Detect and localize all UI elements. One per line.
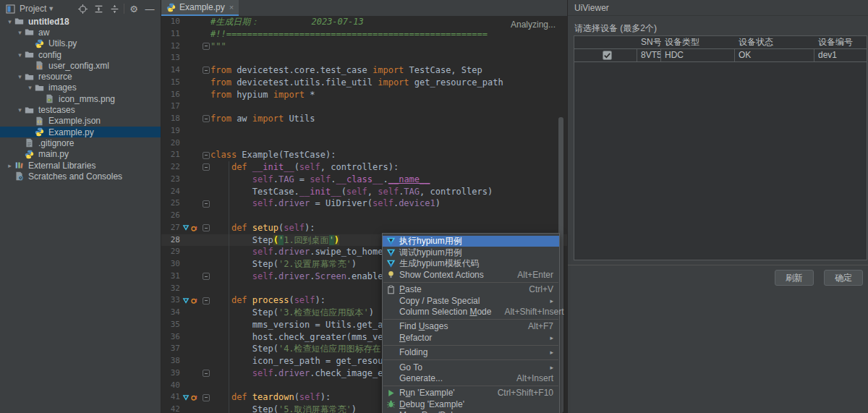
code-line-12[interactable]: 12""" [161, 41, 567, 53]
fold-marker[interactable] [202, 294, 210, 307]
line-number[interactable]: 18 [161, 113, 180, 125]
line-number[interactable]: 41 [161, 391, 180, 404]
menu-item-column-selection-mode[interactable]: Column Selection ModeAlt+Shift+Insert [383, 306, 559, 317]
line-number[interactable]: 35 [161, 319, 180, 331]
device-row[interactable]: 8VT5...HDCOKdev1 [574, 49, 867, 62]
refresh-button[interactable]: 刷新 [775, 270, 814, 286]
menu-item-copy-paste-special[interactable]: Copy / Paste Special▸ [383, 295, 559, 306]
hide-panel-icon[interactable]: — [142, 1, 158, 16]
chevron-right-icon[interactable]: ▸ [5, 162, 14, 169]
line-number[interactable]: 37 [161, 343, 180, 355]
menu-item-more-run-debug[interactable]: More Run/Debug▸ [383, 409, 559, 413]
code-line-15[interactable]: 15from devicetest.utils.file_util import… [161, 77, 567, 89]
line-number[interactable]: 21 [161, 149, 180, 161]
column-header-SN号[interactable]: SN号 [637, 36, 661, 48]
locate-icon[interactable] [75, 1, 90, 16]
tree-item-example-py[interactable]: Example.py [0, 127, 161, 137]
line-number[interactable]: 28 [161, 234, 180, 247]
line-number[interactable]: 10 [161, 16, 180, 28]
hypium-run-gutter[interactable] [180, 294, 202, 307]
tree-item-main-py[interactable]: main.py [0, 149, 161, 160]
code-line-18[interactable]: 18from aw import Utils [161, 113, 567, 125]
line-number[interactable]: 15 [161, 77, 180, 89]
tree-item-scratches-and-consoles[interactable]: Scratches and Consoles [0, 171, 161, 182]
code-line-22[interactable]: 22 def __init__(self, controllers): [161, 161, 567, 174]
line-number[interactable]: 38 [161, 355, 180, 367]
line-number[interactable]: 23 [161, 174, 180, 186]
hypium-run-gutter[interactable] [180, 222, 202, 234]
chevron-down-icon[interactable]: ▼ [48, 5, 54, 12]
tree-item-aw[interactable]: ▾aw [0, 27, 161, 38]
tree-item-icon-mms-png[interactable]: icon_mms.png [0, 93, 161, 104]
column-header-设备类型[interactable]: 设备类型 [661, 36, 735, 48]
fold-marker[interactable] [202, 41, 210, 53]
line-number[interactable]: 17 [161, 101, 180, 113]
fold-marker[interactable] [202, 113, 210, 125]
line-number[interactable]: 22 [161, 161, 180, 174]
chevron-down-icon[interactable]: ▾ [15, 51, 25, 59]
menu-item-generate-[interactable]: Generate...Alt+Insert [383, 372, 559, 383]
line-number[interactable]: 42 [161, 404, 180, 413]
column-header-checkbox[interactable] [574, 36, 637, 48]
line-number[interactable]: 11 [161, 28, 180, 41]
tab-example-py[interactable]: Example.py × [161, 0, 239, 16]
line-number[interactable]: 27 [161, 222, 180, 234]
chevron-down-icon[interactable]: ▾ [15, 106, 25, 114]
menu-item-show-context-actions[interactable]: Show Context ActionsAlt+Enter [383, 269, 559, 280]
menu-item-生成hypium模板代码[interactable]: 生成hypium模板代码 [383, 258, 559, 269]
line-number[interactable]: 32 [161, 283, 180, 295]
chevron-down-icon[interactable]: ▾ [25, 84, 35, 91]
fold-marker[interactable] [202, 391, 210, 404]
line-number[interactable]: 19 [161, 125, 180, 137]
code-line-27[interactable]: 27 def setup(self): [161, 222, 567, 234]
tree-item--gitignore[interactable]: .gitignore [0, 137, 161, 148]
code-line-24[interactable]: 24 TestCase.__init__(self, self.TAG, con… [161, 186, 567, 198]
hypium-run-gutter[interactable] [180, 391, 202, 404]
tree-item-utils-py[interactable]: Utils.py [0, 38, 161, 49]
code-line-17[interactable]: 17 [161, 101, 567, 113]
column-header-设备编号[interactable]: 设备编号 [814, 36, 867, 48]
line-number[interactable]: 26 [161, 210, 180, 222]
tree-item-untitled18[interactable]: ▾untitled18 [0, 16, 161, 27]
line-number[interactable]: 24 [161, 186, 180, 198]
code-line-25[interactable]: 25 self.driver = UiDriver(self.device1) [161, 197, 567, 210]
code-line-21[interactable]: 21class Example(TestCase): [161, 149, 567, 161]
tree-item-example-json[interactable]: Example.json [0, 116, 161, 127]
fold-marker[interactable] [202, 161, 210, 174]
chevron-down-icon[interactable]: ▾ [15, 29, 25, 36]
line-number[interactable]: 33 [161, 294, 180, 307]
code-line-16[interactable]: 16from hypium import * [161, 89, 567, 101]
fold-marker[interactable] [202, 64, 210, 77]
fold-marker[interactable] [202, 222, 210, 234]
code-line-19[interactable]: 19 [161, 125, 567, 137]
code-line-11[interactable]: 11#!!===================================… [161, 28, 567, 41]
code-line-26[interactable]: 26 [161, 210, 567, 222]
confirm-button[interactable]: 确定 [824, 270, 863, 286]
code-line-23[interactable]: 23 self.TAG = self.__class__.__name__ [161, 174, 567, 186]
menu-item-go-to[interactable]: Go To▸ [383, 362, 559, 372]
menu-item-debug-example-[interactable]: Debug 'Example' [383, 399, 559, 409]
tree-item-config[interactable]: ▾config [0, 49, 161, 60]
line-number[interactable]: 34 [161, 307, 180, 319]
chevron-down-icon[interactable]: ▾ [15, 73, 25, 80]
line-number[interactable]: 31 [161, 271, 180, 283]
code-line-14[interactable]: 14from devicetest.core.test_case import … [161, 64, 567, 77]
line-number[interactable]: 12 [161, 41, 180, 53]
menu-item-执行hypium用例[interactable]: 执行hypium用例 [383, 236, 559, 247]
fold-marker[interactable] [202, 367, 210, 380]
code-line-20[interactable]: 20 [161, 137, 567, 150]
fold-marker[interactable] [202, 197, 210, 210]
menu-item-find-usages[interactable]: Find UsagesAlt+F7 [383, 321, 559, 332]
line-number[interactable]: 25 [161, 197, 180, 210]
line-number[interactable]: 29 [161, 246, 180, 258]
line-number[interactable]: 30 [161, 258, 180, 271]
line-number[interactable]: 36 [161, 331, 180, 344]
device-checkbox[interactable] [574, 49, 637, 61]
project-panel-title[interactable]: Project [20, 4, 46, 14]
tree-item-images[interactable]: ▾images [0, 82, 161, 93]
settings-gear-icon[interactable]: ⚙ [126, 1, 142, 16]
menu-item-paste[interactable]: PasteCtrl+V [383, 284, 559, 295]
tree-item-testcases[interactable]: ▾testcases [0, 104, 161, 115]
tree-item-resource[interactable]: ▾resource [0, 71, 161, 82]
code-line-13[interactable]: 13 [161, 52, 567, 64]
